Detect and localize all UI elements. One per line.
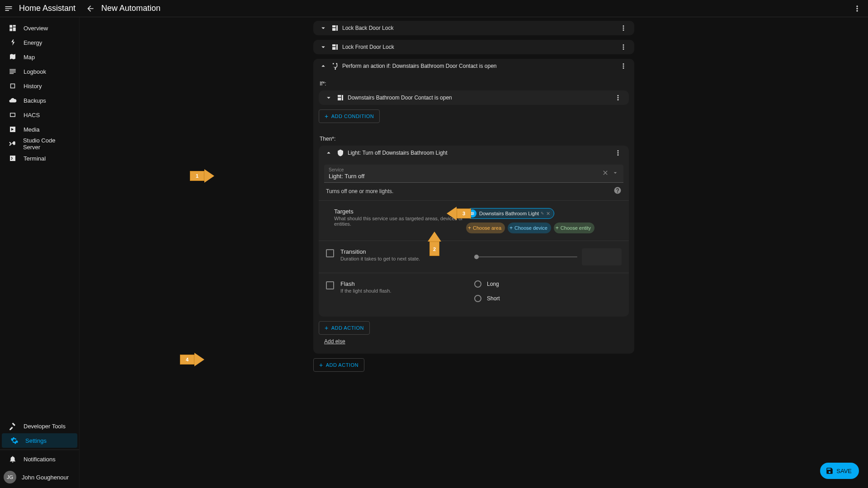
device-icon xyxy=(330,43,340,51)
plus-icon: + xyxy=(509,225,513,231)
device-icon xyxy=(330,24,340,32)
targets-sub: What should this service use as targeted… xyxy=(334,216,466,227)
sidebar-item-label: Terminal xyxy=(24,155,46,162)
card-more-button[interactable] xyxy=(618,43,629,51)
transition-slider[interactable] xyxy=(474,256,577,257)
sidebar-item-settings[interactable]: Settings xyxy=(2,433,77,448)
transition-block: Transition Duration it takes to get to n… xyxy=(319,241,629,273)
sidebar-item-devtools[interactable]: Developer Tools xyxy=(0,419,79,433)
page-title: New Automation xyxy=(101,4,160,13)
map-icon xyxy=(7,53,18,61)
add-action-button[interactable]: +ADD ACTION xyxy=(313,358,364,372)
chevron-down-icon xyxy=(319,43,328,51)
chevron-up-icon xyxy=(319,62,328,70)
chevron-down-icon xyxy=(324,94,333,102)
card-title: Lock Back Door Lock xyxy=(342,25,618,31)
transition-checkbox[interactable] xyxy=(326,249,334,257)
flash-title: Flash xyxy=(340,280,392,287)
card-title: Perform an action if: Downstairs Bathroo… xyxy=(342,63,618,69)
choose-entity-button[interactable]: +Choose entity xyxy=(554,223,594,233)
plus-icon: + xyxy=(556,225,559,231)
edit-chip-icon[interactable]: ✎ xyxy=(541,211,544,216)
flash-long-radio[interactable]: Long xyxy=(474,280,622,288)
history-icon xyxy=(7,82,18,90)
sidebar-item-terminal[interactable]: Terminal xyxy=(0,151,79,166)
card-header[interactable]: Lock Front Door Lock xyxy=(313,40,634,54)
card-more-button[interactable] xyxy=(613,149,623,157)
user-name: John Goughenour xyxy=(22,474,69,481)
sidebar-item-label: History xyxy=(24,83,42,90)
card-title: Lock Front Door Lock xyxy=(342,44,618,50)
plus-icon: + xyxy=(325,113,329,120)
plus-icon: + xyxy=(319,361,323,369)
card-more-button[interactable] xyxy=(618,62,629,70)
bell-icon xyxy=(7,455,18,463)
add-condition-button[interactable]: +ADD CONDITION xyxy=(319,109,380,123)
card-more-button[interactable] xyxy=(613,94,623,102)
dropdown-icon[interactable] xyxy=(612,169,619,178)
sidebar-item-label: Energy xyxy=(24,39,42,46)
remove-chip-icon[interactable]: ✕ xyxy=(546,211,550,217)
sidebar-item-label: Overview xyxy=(24,25,48,32)
sidebar-item-map[interactable]: Map xyxy=(0,50,79,64)
sidebar-item-backups[interactable]: Backups xyxy=(0,93,79,108)
back-button[interactable] xyxy=(80,4,101,13)
plus-icon: + xyxy=(468,225,471,231)
card-title: Light: Turn off Downstairs Bathroom Ligh… xyxy=(348,150,613,156)
sidebar-item-label: Map xyxy=(24,54,35,61)
help-icon[interactable] xyxy=(613,186,622,196)
targets-block: Targets What should this service use as … xyxy=(319,200,629,241)
selected-device-chip[interactable]: Downstairs Bathroom Light ✎ ✕ xyxy=(466,208,554,219)
add-else-link[interactable]: Add else xyxy=(324,338,345,345)
page-more-button[interactable] xyxy=(846,4,868,13)
add-inner-action-button[interactable]: +ADD ACTION xyxy=(319,321,370,335)
card-header[interactable]: Lock Back Door Lock xyxy=(313,21,634,35)
flash-block: Flash If the light should flash. Long Sh… xyxy=(319,273,629,317)
if-label: If*: xyxy=(320,81,634,87)
user-profile[interactable]: JG John Goughenour xyxy=(0,466,79,488)
sidebar-item-label: Notifications xyxy=(24,456,56,463)
divider xyxy=(0,450,79,450)
sidebar-item-hacs[interactable]: HACS xyxy=(0,108,79,122)
card-title: Downstairs Bathroom Door Contact is open xyxy=(348,95,613,101)
sidebar-item-label: Backups xyxy=(24,97,46,104)
sidebar-item-label: Logbook xyxy=(24,68,46,75)
menu-toggle-button[interactable] xyxy=(0,4,17,13)
service-select[interactable]: Service Light: Turn off xyxy=(324,165,623,183)
flash-short-radio[interactable]: Short xyxy=(474,295,622,302)
sidebar-item-overview[interactable]: Overview xyxy=(0,21,79,35)
card-header[interactable]: Perform an action if: Downstairs Bathroo… xyxy=(313,59,634,73)
plus-icon: + xyxy=(325,324,329,332)
sidebar-item-media[interactable]: Media xyxy=(0,122,79,137)
sidebar-item-energy[interactable]: Energy xyxy=(0,35,79,50)
sidebar-item-notifications[interactable]: Notifications xyxy=(0,452,79,466)
card-header[interactable]: Downstairs Bathroom Door Contact is open xyxy=(319,90,629,105)
gear-icon xyxy=(9,436,20,445)
save-button[interactable]: SAVE xyxy=(820,463,859,479)
sidebar-item-studio[interactable]: Studio Code Server xyxy=(0,137,79,151)
choose-area-button[interactable]: +Choose area xyxy=(466,223,505,233)
if-action-card: Perform an action if: Downstairs Bathroo… xyxy=(313,59,634,354)
service-icon xyxy=(335,149,346,157)
flash-sub: If the light should flash. xyxy=(340,288,392,294)
annotation-1: 1 xyxy=(196,173,198,179)
sidebar-item-logbook[interactable]: Logbook xyxy=(0,64,79,79)
sidebar-item-history[interactable]: History xyxy=(0,79,79,93)
flash-checkbox[interactable] xyxy=(326,281,334,289)
hacs-icon xyxy=(7,111,18,119)
service-description: Turns off one or more lights. xyxy=(326,188,393,194)
transition-title: Transition xyxy=(340,248,420,255)
device-chip-icon xyxy=(468,209,476,218)
dashboard-icon xyxy=(7,24,18,32)
choose-device-button[interactable]: +Choose device xyxy=(508,223,551,233)
then-label: Then*: xyxy=(320,136,634,142)
transition-sub: Duration it takes to get to next state. xyxy=(340,256,420,261)
annotation-4: 4 xyxy=(186,357,189,362)
transition-value-input[interactable] xyxy=(582,248,622,265)
energy-icon xyxy=(7,38,18,47)
card-header[interactable]: Light: Turn off Downstairs Bathroom Ligh… xyxy=(319,146,629,160)
clear-service-button[interactable] xyxy=(602,169,609,178)
terminal-icon xyxy=(7,154,18,162)
top-bar: Home Assistant New Automation xyxy=(0,0,868,17)
card-more-button[interactable] xyxy=(618,24,629,32)
